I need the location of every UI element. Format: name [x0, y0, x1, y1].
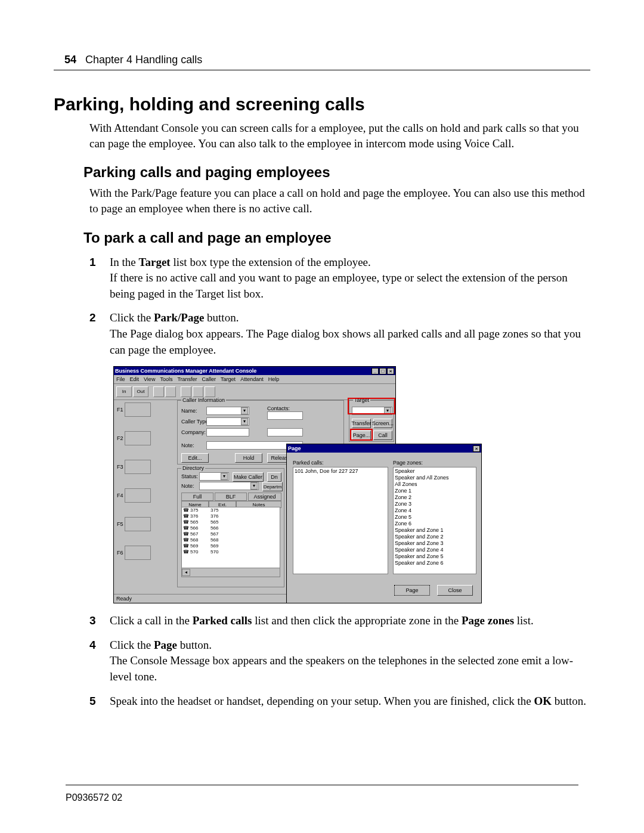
zone-item[interactable]: Zone 5 [395, 514, 475, 521]
dialog-close-button[interactable]: Close [437, 585, 473, 596]
menubar: File Edit View Tools Transfer Caller Tar… [114, 375, 395, 384]
company-field-2[interactable] [267, 428, 303, 436]
directory-row[interactable]: 375375 [182, 507, 280, 513]
directory-row[interactable]: 569569 [182, 543, 280, 549]
toolbar-in-button[interactable]: In [116, 386, 132, 397]
dn-button[interactable]: Dn [267, 472, 281, 482]
zone-item[interactable]: Zone 2 [395, 494, 475, 501]
caller-type-dropdown[interactable] [206, 417, 249, 426]
fkey-f3[interactable]: F3 [125, 460, 151, 474]
page-zones-list[interactable]: Speaker Speaker and All Zones All Zones … [393, 467, 476, 574]
menu-tools[interactable]: Tools [160, 376, 172, 382]
toolbar-icon[interactable] [153, 386, 164, 397]
step-4: 4 Click the Page button. The Console Mes… [89, 637, 590, 685]
zone-item[interactable]: Speaker and Zone 4 [395, 547, 475, 553]
menu-view[interactable]: View [144, 376, 155, 382]
call-button[interactable]: Call [373, 431, 392, 440]
menu-transfer[interactable]: Transfer [177, 376, 197, 382]
transfer-button[interactable]: Transfer [352, 419, 371, 428]
step-number: 3 [89, 613, 110, 629]
fkey-f5[interactable]: F5 [125, 517, 151, 531]
status-dropdown[interactable] [199, 472, 229, 481]
heading-1: Parking, holding and screening calls [54, 94, 590, 114]
toolbar-icon[interactable] [181, 386, 191, 397]
zone-item[interactable]: Speaker and All Zones [395, 475, 475, 481]
tab-assigned[interactable]: Assigned [248, 493, 281, 501]
fkey-f2[interactable]: F2 [125, 431, 151, 445]
zone-item[interactable]: Speaker and Zone 6 [395, 560, 475, 566]
step-text: Click a call in the Parked calls list an… [110, 613, 590, 629]
directory-row[interactable]: 570570 [182, 549, 280, 555]
fkey-f4[interactable]: F4 [125, 488, 151, 503]
status-label: Status: [181, 473, 198, 479]
heading-2b: To park a call and page an employee [83, 230, 590, 246]
fkey-f6[interactable]: F6 [125, 546, 151, 560]
zone-item[interactable]: Zone 4 [395, 507, 475, 514]
zone-item[interactable]: Speaker and Zone 5 [395, 553, 475, 560]
maximize-icon[interactable]: □ [379, 368, 386, 374]
menu-edit[interactable]: Edit [130, 376, 140, 382]
caller-info-label: Caller Information [181, 397, 226, 403]
horizontal-scrollbar[interactable]: ◂ [182, 568, 280, 577]
dialog-title: Page [288, 445, 301, 451]
zone-item[interactable]: All Zones [395, 481, 475, 488]
zone-item[interactable]: Zone 6 [395, 521, 475, 527]
fkey-f1[interactable]: F1 [125, 402, 151, 417]
directory-row[interactable]: 566566 [182, 525, 280, 531]
parked-calls-list[interactable]: 101 John, Doe for 227 227 [293, 467, 388, 574]
scroll-left-icon[interactable]: ◂ [182, 569, 190, 576]
running-header: 54 Chapter 4 Handling calls [64, 54, 590, 66]
tab-blf[interactable]: BLF [215, 493, 247, 501]
company-label: Company: [181, 429, 206, 435]
directory-list[interactable]: 375375 376376 565565 566566 567567 56856… [181, 507, 280, 577]
footer-rule [66, 785, 578, 785]
departm-button[interactable]: Departm [262, 482, 283, 491]
parked-call-item[interactable]: 101 John, Doe for 227 227 [295, 468, 386, 475]
step-number: 2 [89, 310, 110, 358]
toolbar-icon[interactable] [205, 386, 215, 397]
toolbar-icon[interactable] [165, 386, 176, 397]
name-dropdown[interactable] [206, 407, 249, 415]
toolbar-out-button[interactable]: Out [133, 386, 148, 397]
zone-item[interactable]: Speaker and Zone 2 [395, 534, 475, 540]
chapter-title: Chapter 4 Handling calls [85, 54, 202, 66]
directory-group: Directory Status: Make Caller Dn Note: D… [177, 468, 284, 587]
step-number: 1 [89, 255, 110, 302]
menu-help[interactable]: Help [268, 376, 280, 382]
name-label: Name: [181, 408, 197, 414]
screen-button[interactable]: Screen... [373, 419, 392, 428]
dir-note-label: Note: [181, 483, 194, 489]
step-number: 4 [89, 637, 110, 685]
dir-note-dropdown[interactable] [199, 482, 259, 490]
edit-button[interactable]: Edit... [181, 453, 209, 463]
directory-row[interactable]: 565565 [182, 519, 280, 525]
directory-row[interactable]: 567567 [182, 531, 280, 537]
menu-file[interactable]: File [116, 376, 125, 382]
step-3: 3 Click a call in the Parked calls list … [89, 613, 590, 629]
window-controls: _ □ × [371, 368, 394, 374]
directory-row[interactable]: 376376 [182, 513, 280, 519]
zone-item[interactable]: Speaker and Zone 1 [395, 527, 475, 534]
menu-attendant[interactable]: Attendant [240, 376, 264, 382]
close-icon[interactable]: × [473, 445, 480, 452]
close-icon[interactable]: × [387, 368, 394, 374]
zone-item[interactable]: Speaker and Zone 3 [395, 540, 475, 547]
page-zones-label: Page zones: [393, 460, 423, 466]
dialog-page-button[interactable]: Page [394, 585, 430, 596]
zone-item[interactable]: Speaker [395, 468, 475, 475]
hold-button[interactable]: Hold [235, 453, 262, 463]
minimize-icon[interactable]: _ [371, 368, 379, 374]
zone-item[interactable]: Zone 1 [395, 488, 475, 494]
company-field[interactable] [206, 428, 249, 436]
directory-row[interactable]: 568568 [182, 537, 280, 543]
caller-type-label: Caller Type: [181, 419, 210, 425]
menu-caller[interactable]: Caller [202, 376, 216, 382]
contacts-field[interactable] [267, 411, 303, 420]
header-rule [54, 70, 590, 70]
zone-item[interactable]: Zone 3 [395, 501, 475, 507]
tab-full[interactable]: Full [181, 493, 213, 501]
make-caller-button[interactable]: Make Caller [233, 472, 264, 482]
menu-target[interactable]: Target [221, 376, 236, 382]
toolbar-icon[interactable] [193, 386, 203, 397]
contacts-label: Contacts: [267, 405, 290, 411]
